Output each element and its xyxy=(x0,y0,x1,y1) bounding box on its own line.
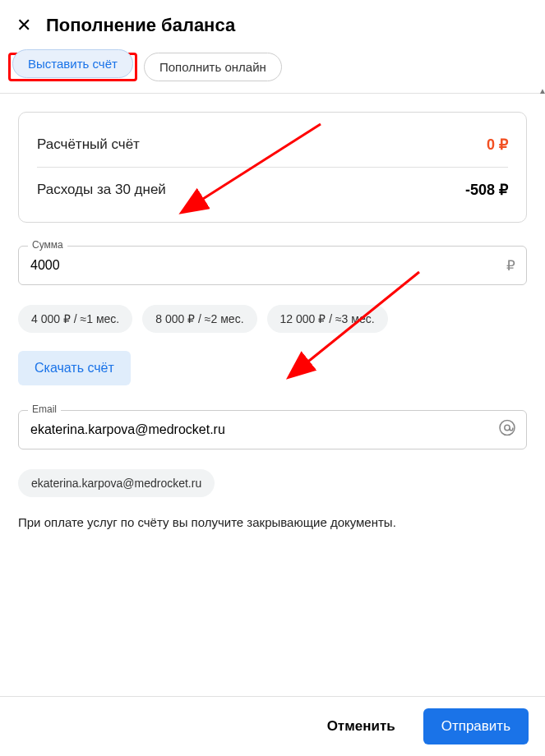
close-icon[interactable]: ✕ xyxy=(16,16,31,35)
divider xyxy=(0,93,545,94)
balance-card: Расчётный счёт 0 ₽ Расходы за 30 дней -5… xyxy=(18,112,527,223)
account-row: Расчётный счёт 0 ₽ xyxy=(37,129,508,168)
amount-input-group: Сумма ₽ xyxy=(18,246,527,285)
preset-chip-2[interactable]: 8 000 ₽ / ≈2 мес. xyxy=(142,305,256,333)
download-invoice-button[interactable]: Скачать счёт xyxy=(18,351,131,385)
tab-invoice[interactable]: Выставить счёт xyxy=(12,49,133,78)
page-title: Пополнение баланса xyxy=(46,15,235,36)
email-input-group: Email xyxy=(18,410,527,449)
amount-label: Сумма xyxy=(28,239,67,251)
footer: Отменить Отправить xyxy=(0,696,545,756)
email-label: Email xyxy=(28,403,61,415)
preset-chip-1[interactable]: 4 000 ₽ / ≈1 мес. xyxy=(18,305,132,333)
account-value: 0 ₽ xyxy=(487,136,508,154)
tab-online[interactable]: Пополнить онлайн xyxy=(144,53,282,81)
expense-row: Расходы за 30 дней -508 ₽ xyxy=(37,174,508,205)
info-text: При оплате услуг по счёту вы получите за… xyxy=(18,515,527,529)
tabs: Выставить счёт Пополнить онлайн xyxy=(0,46,545,93)
at-icon xyxy=(499,420,515,440)
content-area: Расчётный счёт 0 ₽ Расходы за 30 дней -5… xyxy=(0,95,545,710)
expense-value: -508 ₽ xyxy=(465,181,508,199)
scrollbar[interactable]: ▲ xyxy=(538,87,545,705)
highlight-box: Выставить счёт xyxy=(8,53,137,81)
email-suggestion-chip[interactable]: ekaterina.karpova@medrocket.ru xyxy=(18,469,215,497)
ruble-icon: ₽ xyxy=(506,257,515,274)
scroll-up-icon[interactable]: ▲ xyxy=(538,87,545,95)
amount-input[interactable] xyxy=(18,246,527,285)
cancel-button[interactable]: Отменить xyxy=(312,710,410,743)
expense-label: Расходы за 30 дней xyxy=(37,182,166,198)
preset-chip-3[interactable]: 12 000 ₽ / ≈3 мес. xyxy=(267,305,388,333)
svg-point-5 xyxy=(505,425,510,430)
email-input[interactable] xyxy=(18,410,527,449)
account-label: Расчётный счёт xyxy=(37,136,140,153)
submit-button[interactable]: Отправить xyxy=(423,708,529,744)
amount-presets: 4 000 ₽ / ≈1 мес. 8 000 ₽ / ≈2 мес. 12 0… xyxy=(18,305,527,333)
header: ✕ Пополнение баланса xyxy=(0,0,545,46)
